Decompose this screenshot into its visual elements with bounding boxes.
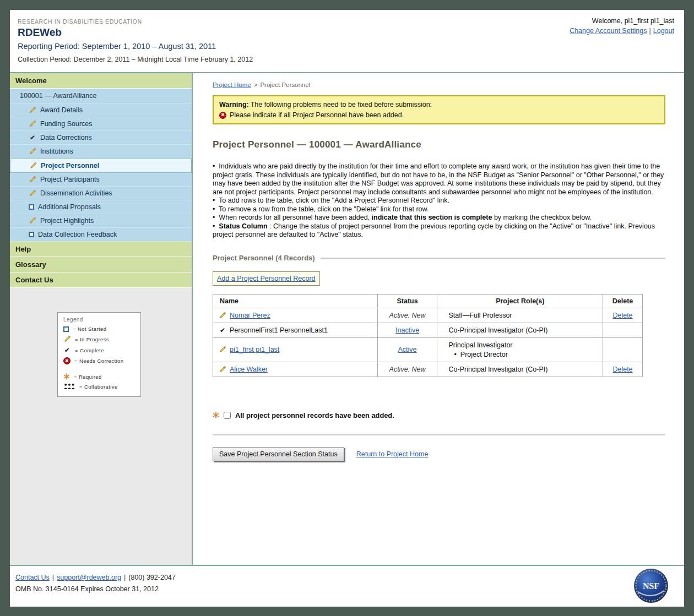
instruction-item: Status Column : Change the status of pro… (213, 222, 665, 239)
personnel-name-link[interactable]: Nomar Perez (230, 312, 270, 319)
column-header-delete: Delete (603, 294, 643, 308)
sidebar-item-contact-us[interactable]: Contact Us (10, 272, 192, 288)
sidebar-item-award-details[interactable]: Award Details (10, 103, 192, 117)
project-role-cell: Co-Principal Investigator (Co-PI) (437, 323, 603, 337)
sidebar-item-additional-proposals[interactable]: Additional Proposals (10, 200, 192, 214)
project-role-sub: Project Director (454, 351, 598, 358)
section-rule (321, 258, 665, 259)
breadcrumb-separator: > (254, 81, 258, 88)
not-started-icon (29, 204, 34, 210)
not-started-icon (63, 326, 69, 332)
table-header-row: Name Status Project Role(s) Delete (213, 294, 643, 308)
status-link[interactable]: Inactive (395, 326, 419, 334)
project-role-main: Principal Investigator (448, 341, 598, 349)
not-started-icon (29, 232, 34, 237)
pencil-icon (29, 106, 36, 114)
add-project-personnel-record-link[interactable]: Add a Project Personnel Record (217, 275, 316, 282)
sidebar-item-data-corrections[interactable]: Data Corrections (10, 131, 192, 145)
sidebar-item-institutions[interactable]: Institutions (10, 145, 192, 159)
legend-title: Legend (63, 317, 136, 323)
sidebar-item-project-personnel[interactable]: Project Personnel (10, 159, 192, 173)
logout-link[interactable]: Logout (653, 27, 674, 35)
personnel-name-link[interactable]: pi1_first pi1_last (230, 346, 279, 353)
warning-banner: Warning:The following problems need to b… (213, 95, 665, 124)
status-link[interactable]: Active (398, 346, 417, 353)
records-section-header: Project Personnel (4 Records) (213, 254, 665, 262)
omb-number-text: OMB No. 3145-0164 Expires October 31, 20… (15, 585, 673, 593)
nsf-logo: NSF (633, 568, 669, 603)
warning-item-text: Please indicate if all Project Personnel… (230, 111, 404, 119)
separator: | (649, 27, 651, 35)
completion-row: All project personnel records have been … (213, 411, 665, 419)
breadcrumb-project-home-link[interactable]: Project Home (213, 81, 251, 88)
sidebar-item-welcome[interactable]: Welcome (10, 73, 192, 89)
status-text: Active: New (389, 312, 426, 319)
pencil-icon (63, 335, 71, 343)
delete-link[interactable]: Delete (612, 366, 632, 373)
pencil-icon (29, 120, 36, 128)
pencil-icon (219, 366, 226, 373)
delete-cell-empty (603, 323, 643, 337)
pencil-icon (219, 346, 226, 353)
error-icon (219, 112, 226, 119)
sidebar-item-help[interactable]: Help (10, 242, 192, 257)
warning-label: Warning: (219, 101, 249, 108)
save-section-status-button[interactable]: Save Project Personnel Section Status (213, 447, 344, 461)
main-content: Project Home>Project Personnel Warning:T… (193, 73, 684, 565)
pencil-icon (219, 312, 226, 319)
pencil-icon (29, 217, 36, 225)
sidebar-item-project-highlights[interactable]: Project Highlights (10, 214, 192, 228)
all-records-added-checkbox[interactable] (224, 412, 231, 419)
collection-period: Collection Period: December 2, 2011 – Mi… (18, 56, 673, 63)
table-row: pi1_first pi1_last Active Principal Inve… (213, 337, 643, 362)
instruction-item: Individuals who are paid directly by the… (213, 162, 665, 197)
check-icon (63, 346, 71, 354)
records-count-heading: Project Personnel (4 Records) (213, 254, 315, 262)
sidebar-item-award[interactable]: 100001 — AwardAlliance (10, 89, 192, 103)
add-record-box: Add a Project Personnel Record (213, 271, 320, 286)
legend-item-in-progress: = In Progress (63, 335, 136, 343)
page-title: Project Personnel — 100001 — AwardAllian… (213, 139, 665, 150)
delete-link[interactable]: Delete (612, 312, 632, 319)
instructions-list: Individuals who are paid directly by the… (213, 162, 665, 239)
header: RESEARCH IN DISABILITIES EDUCATION RDEWe… (10, 10, 684, 72)
sidebar-item-project-participants[interactable]: Project Participants (10, 173, 192, 187)
separator: | (52, 574, 54, 581)
footer-contact-us-link[interactable]: Contact Us (15, 574, 50, 581)
footer: Contact Us|support@rdeweb.org|(800) 392-… (10, 565, 684, 607)
legend-item-not-started: = Not Started (63, 326, 136, 332)
pencil-icon (29, 162, 37, 170)
legend-box: Legend = Not Started = In Progress = Com… (57, 312, 141, 397)
personnel-name-text: PersonnelFirst1 PersonnelLast1 (230, 326, 328, 334)
legend-item-collaborative: = Collaborative (63, 383, 136, 390)
sidebar-item-glossary[interactable]: Glossary (10, 257, 192, 272)
pencil-icon (29, 176, 36, 183)
error-icon (63, 357, 71, 364)
project-role-cell: Principal Investigator Project Director (437, 337, 603, 362)
column-header-project-roles: Project Role(s) (437, 294, 603, 308)
breadcrumb-current: Project Personnel (260, 81, 310, 88)
change-account-settings-link[interactable]: Change Account Settings (570, 27, 647, 35)
check-icon (219, 326, 226, 334)
table-row: PersonnelFirst1 PersonnelLast1 Inactive … (213, 323, 643, 337)
return-to-project-home-link[interactable]: Return to Project Home (356, 450, 429, 458)
pencil-icon (29, 189, 36, 197)
table-row: Alice Walker Active: New Co-Principal In… (213, 362, 643, 377)
delete-cell-empty (603, 337, 643, 362)
sidebar-item-funding-sources[interactable]: Funding Sources (10, 117, 192, 131)
sidebar-item-dissemination-activities[interactable]: Dissemination Activities (10, 187, 192, 200)
project-role-cell: Co-Principal Investigator (Co-PI) (437, 362, 603, 377)
personnel-name-link[interactable]: Alice Walker (230, 366, 268, 373)
column-header-status: Status (377, 294, 437, 308)
personnel-table: Name Status Project Role(s) Delete Nomar… (213, 294, 643, 377)
all-records-added-label: All project personnel records have been … (235, 411, 394, 419)
sidebar-nav: Welcome 100001 — AwardAlliance Award Det… (10, 73, 193, 565)
required-asterisk-icon (63, 373, 70, 380)
instruction-item: To add rows to the table, click on the "… (213, 197, 665, 205)
sidebar-item-data-collection-feedback[interactable]: Data Collection Feedback (10, 228, 192, 242)
footer-email-link[interactable]: support@rdeweb.org (57, 574, 121, 581)
action-bar: Save Project Personnel Section Status Re… (213, 447, 665, 461)
status-text: Active: New (389, 366, 426, 373)
section-divider (213, 434, 665, 435)
instruction-item: To remove a row from the table, click on… (213, 205, 665, 214)
